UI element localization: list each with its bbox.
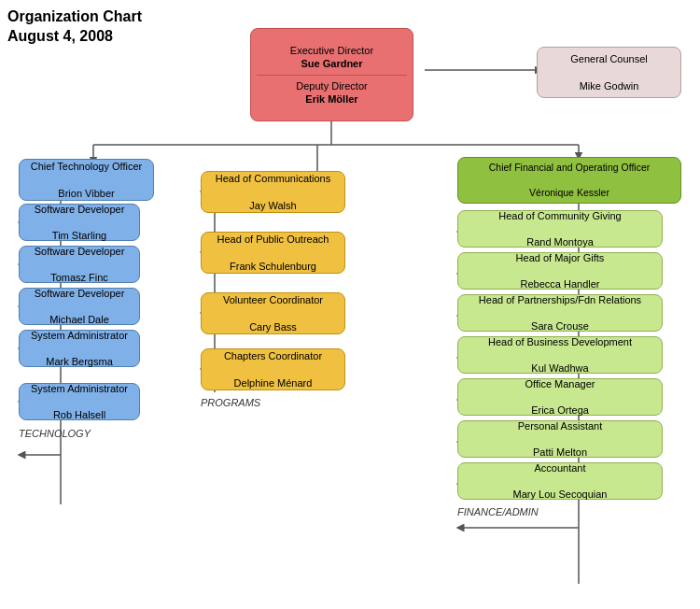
counsel-name: Mike Godwin bbox=[580, 79, 639, 92]
finance-node-6: Accountant Mary Lou Secoquian bbox=[457, 462, 663, 500]
finance-label: FINANCE/ADMIN bbox=[457, 506, 539, 517]
counsel-node: General Counsel Mike Godwin bbox=[537, 47, 681, 98]
cto-name: Brion Vibber bbox=[58, 187, 114, 200]
finance-node-0: Head of Community Giving Rand Montoya bbox=[457, 210, 663, 248]
finance-node-4: Office Manager Erica Ortega bbox=[457, 378, 663, 416]
cfo-title: Chief Financial and Operating Officer bbox=[489, 162, 651, 175]
title-line1: Organization Chart bbox=[7, 8, 142, 24]
exec-title: Executive Director bbox=[290, 45, 373, 56]
programs-label: PROGRAMS bbox=[201, 397, 260, 408]
tech-node-3: System Administrator Mark Bergsma bbox=[19, 330, 140, 367]
cfo-node: Chief Financial and Operating Officer Vé… bbox=[457, 157, 681, 204]
counsel-title: General Counsel bbox=[570, 52, 648, 65]
finance-node-3: Head of Business Development Kul Wadhwa bbox=[457, 336, 663, 374]
title-line2: August 4, 2008 bbox=[7, 28, 113, 44]
chart-title: Organization Chart August 4, 2008 bbox=[7, 7, 142, 47]
finance-node-5: Personal Assistant Patti Melton bbox=[457, 420, 663, 458]
cfo-name: Véronique Kessler bbox=[529, 187, 609, 200]
finance-node-1: Head of Major Gifts Rebecca Handler bbox=[457, 252, 663, 290]
cto-node: Chief Technology Officer Brion Vibber bbox=[19, 159, 154, 201]
cto-title: Chief Technology Officer bbox=[31, 160, 142, 173]
tech-node-0: Software Developer Tim Starling bbox=[19, 204, 140, 241]
tech-node-1: Software Developer Tomasz Finc bbox=[19, 246, 140, 283]
exec-node: Executive Director Sue Gardner Deputy Di… bbox=[250, 28, 413, 121]
technology-label: TECHNOLOGY bbox=[19, 428, 91, 439]
tech-node-2: Software Developer Michael Dale bbox=[19, 288, 140, 325]
deputy-title: Deputy Director bbox=[296, 80, 367, 92]
tech-node-4: System Administrator Rob Halsell bbox=[19, 383, 140, 420]
programs-node-2: Volunteer Coordinator Cary Bass bbox=[201, 292, 345, 334]
exec-name: Sue Gardner bbox=[301, 58, 362, 69]
programs-node-0: Head of Communications Jay Walsh bbox=[201, 171, 345, 213]
programs-node-3: Chapters Coordinator Delphine Ménard bbox=[201, 348, 345, 390]
deputy-name: Erik Möller bbox=[305, 93, 357, 105]
programs-node-1: Head of Public Outreach Frank Schulenbur… bbox=[201, 232, 345, 274]
finance-node-2: Head of Partnerships/Fdn Relations Sara … bbox=[457, 294, 663, 332]
